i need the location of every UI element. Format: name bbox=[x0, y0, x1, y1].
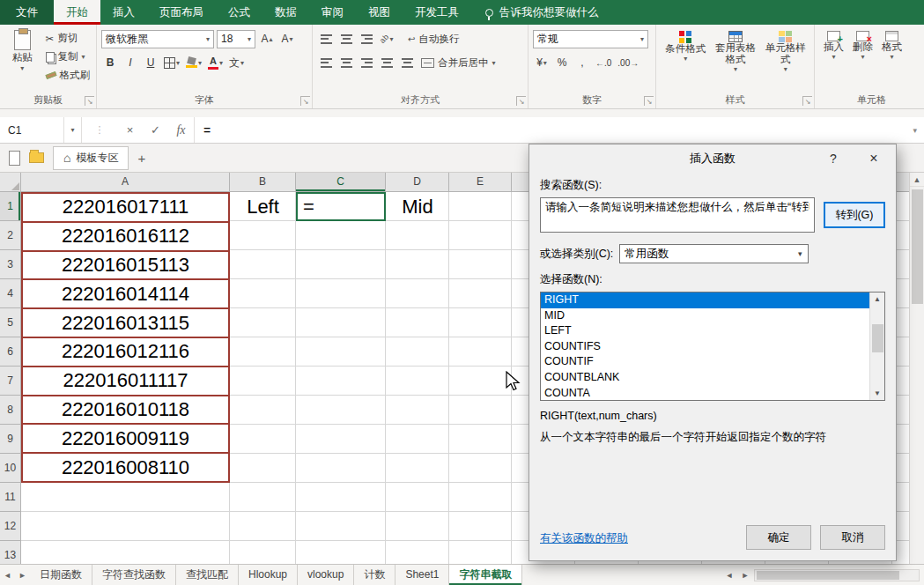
formula-bar-handle[interactable]: ⋮ bbox=[82, 124, 117, 136]
function-list-scrollbar[interactable]: ▲ ▼ bbox=[869, 292, 884, 400]
decrease-font-size-button[interactable]: A▾ bbox=[278, 30, 296, 48]
cell-A8[interactable]: 222016010118 bbox=[23, 396, 228, 426]
add-tab-button[interactable]: + bbox=[137, 151, 145, 166]
ribbon-tab-1[interactable]: 开始 bbox=[54, 0, 100, 25]
scroll-up-icon[interactable]: ▲ bbox=[874, 292, 881, 306]
alignment-dialog-launcher[interactable]: ↘ bbox=[516, 96, 526, 106]
scroll-thumb[interactable] bbox=[872, 324, 883, 352]
copy-button[interactable]: 复制▾ bbox=[43, 48, 93, 65]
font-name-select[interactable]: 微软雅黑▾ bbox=[101, 30, 214, 48]
align-top-button[interactable] bbox=[317, 30, 335, 48]
decrease-indent-button[interactable] bbox=[378, 54, 395, 72]
format-cells-button[interactable]: 格式▾ bbox=[877, 28, 906, 93]
delete-cells-button[interactable]: 删除▾ bbox=[848, 28, 877, 93]
scroll-down-icon[interactable]: ▼ bbox=[874, 387, 881, 400]
category-select[interactable]: 常用函数 ▾ bbox=[619, 244, 809, 263]
cell-B1[interactable]: Left bbox=[230, 192, 296, 221]
sheet-tab-4[interactable]: vlookup bbox=[298, 565, 354, 585]
row-header-13[interactable]: 13 bbox=[0, 541, 21, 564]
dialog-help-button[interactable]: ? bbox=[820, 144, 846, 173]
ribbon-tab-6[interactable]: 审阅 bbox=[309, 0, 356, 25]
row-header-9[interactable]: 9 bbox=[0, 425, 21, 454]
styles-dialog-launcher[interactable]: ↘ bbox=[802, 96, 812, 106]
italic-button[interactable]: I bbox=[122, 54, 139, 72]
function-item-countifs[interactable]: COUNTIFS bbox=[541, 339, 869, 355]
paste-button[interactable]: 粘贴 ▾ bbox=[4, 28, 41, 93]
borders-button[interactable]: ▾ bbox=[162, 54, 181, 72]
orientation-button[interactable]: ab▾ bbox=[378, 30, 395, 48]
sheet-nav-left-icon[interactable]: ◄ bbox=[0, 565, 15, 585]
merge-center-button[interactable]: 合并后居中▾ bbox=[418, 55, 499, 71]
bold-button[interactable]: B bbox=[101, 54, 119, 72]
cell-A1[interactable]: 222016017111 bbox=[23, 194, 228, 223]
ribbon-tab-8[interactable]: 开发工具 bbox=[403, 0, 471, 25]
function-item-left[interactable]: LEFT bbox=[541, 323, 869, 339]
vertical-scroll-thumb[interactable] bbox=[912, 189, 923, 304]
increase-decimal-button[interactable]: ←.0 bbox=[594, 54, 613, 72]
align-center-button[interactable] bbox=[337, 54, 355, 72]
comma-style-button[interactable]: , bbox=[573, 54, 591, 72]
column-header-C[interactable]: C bbox=[296, 173, 386, 192]
ribbon-tab-7[interactable]: 视图 bbox=[356, 0, 403, 25]
tell-me-box[interactable]: 告诉我你想要做什么 bbox=[485, 0, 599, 25]
align-middle-button[interactable] bbox=[337, 30, 355, 48]
increase-indent-button[interactable] bbox=[398, 54, 416, 72]
format-painter-button[interactable]: 格式刷 bbox=[43, 67, 93, 84]
row-header-5[interactable]: 5 bbox=[0, 308, 21, 337]
number-dialog-launcher[interactable]: ↘ bbox=[644, 96, 654, 106]
decrease-decimal-button[interactable]: .00→ bbox=[616, 54, 640, 72]
ribbon-tab-4[interactable]: 公式 bbox=[216, 0, 262, 25]
row-header-10[interactable]: 10 bbox=[0, 454, 21, 483]
scroll-right-icon[interactable]: ► bbox=[738, 571, 752, 580]
format-as-table-button[interactable]: 套用表格格式▾ bbox=[711, 28, 761, 93]
sheet-tab-6[interactable]: Sheet1 bbox=[395, 565, 449, 585]
cell-A4[interactable]: 222016014114 bbox=[23, 280, 228, 309]
formula-bar-expand-button[interactable]: ▾ bbox=[913, 126, 917, 135]
insert-cells-button[interactable]: 插入▾ bbox=[819, 28, 848, 93]
sheet-tab-2[interactable]: 查找匹配 bbox=[176, 565, 239, 585]
phonetic-guide-button[interactable]: 文▾ bbox=[227, 54, 246, 72]
confirm-entry-button[interactable]: ✓ bbox=[143, 117, 168, 143]
function-item-mid[interactable]: MID bbox=[541, 308, 869, 324]
cell-A3[interactable]: 222016015113 bbox=[23, 252, 228, 281]
vertical-scrollbar[interactable]: ▲ bbox=[909, 173, 924, 564]
ribbon-tab-0[interactable]: 文件 bbox=[0, 0, 54, 25]
open-folder-icon[interactable] bbox=[29, 152, 44, 163]
scroll-left-icon[interactable]: ◄ bbox=[722, 571, 736, 580]
row-header-3[interactable]: 3 bbox=[0, 250, 21, 279]
ribbon-tab-2[interactable]: 插入 bbox=[100, 0, 147, 25]
align-left-button[interactable] bbox=[317, 54, 335, 72]
cancel-button[interactable]: 取消 bbox=[820, 525, 885, 550]
underline-button[interactable]: U bbox=[142, 54, 159, 72]
function-search-input[interactable] bbox=[540, 197, 815, 233]
cancel-entry-button[interactable]: × bbox=[117, 117, 143, 143]
cell-styles-button[interactable]: 单元格样式▾ bbox=[760, 28, 810, 93]
wrap-text-button[interactable]: ↩自动换行 bbox=[405, 31, 462, 48]
scroll-up-icon[interactable]: ▲ bbox=[910, 173, 924, 187]
font-color-button[interactable]: A▾ bbox=[206, 54, 225, 72]
sheet-tab-5[interactable]: 计数 bbox=[354, 565, 395, 585]
cell-D1[interactable]: Mid bbox=[386, 192, 449, 221]
number-format-select[interactable]: 常规▾ bbox=[533, 30, 648, 48]
font-size-select[interactable]: 18▾ bbox=[217, 30, 255, 48]
sheet-nav-right-icon[interactable]: ► bbox=[15, 565, 30, 585]
sheet-tab-0[interactable]: 日期函数 bbox=[30, 565, 92, 585]
template-area-tab[interactable]: ⌂ 模板专区 bbox=[53, 146, 129, 170]
column-header-B[interactable]: B bbox=[230, 173, 296, 192]
increase-font-size-button[interactable]: A▴ bbox=[258, 30, 276, 48]
row-header-12[interactable]: 12 bbox=[0, 512, 21, 541]
new-document-icon[interactable] bbox=[9, 151, 20, 166]
function-item-counta[interactable]: COUNTA bbox=[541, 386, 869, 400]
row-header-1[interactable]: 1 bbox=[0, 192, 21, 221]
column-header-E[interactable]: E bbox=[449, 173, 512, 192]
ok-button[interactable]: 确定 bbox=[746, 525, 811, 550]
cell-A9[interactable]: 222016009119 bbox=[23, 425, 228, 454]
align-right-button[interactable] bbox=[358, 54, 375, 72]
row-header-4[interactable]: 4 bbox=[0, 279, 21, 308]
fill-color-button[interactable]: ▾ bbox=[184, 54, 203, 72]
sheet-tab-7[interactable]: 字符串截取 bbox=[449, 565, 522, 585]
dialog-close-button[interactable]: × bbox=[862, 144, 885, 173]
column-header-A[interactable]: A bbox=[21, 173, 230, 192]
row-header-6[interactable]: 6 bbox=[0, 337, 21, 367]
function-item-countblank[interactable]: COUNTBLANK bbox=[541, 370, 869, 386]
